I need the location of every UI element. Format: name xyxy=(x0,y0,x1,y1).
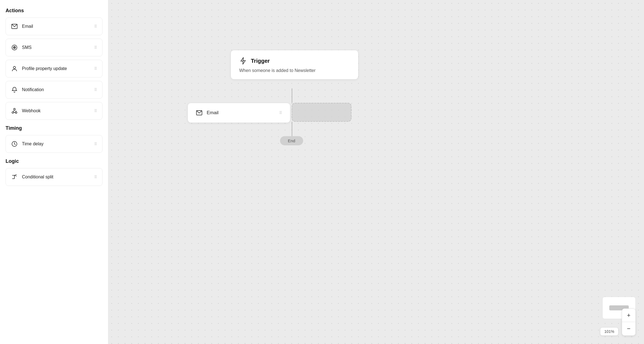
action-label-notification: Notification xyxy=(22,87,44,92)
action-item-webhook[interactable]: Webhook ⠿ xyxy=(6,102,103,120)
action-item-sms[interactable]: SMS ⠿ xyxy=(6,39,103,56)
envelope-icon xyxy=(11,23,18,30)
end-node: End xyxy=(280,136,303,145)
drag-handle-sms[interactable]: ⠿ xyxy=(94,45,97,50)
zoom-level-text: 101% xyxy=(604,329,614,334)
ghost-node xyxy=(292,103,351,122)
drag-handle-notification[interactable]: ⠿ xyxy=(94,88,97,92)
canvas-email-drag-handle[interactable]: ⠿ xyxy=(279,111,282,115)
action-label-sms: SMS xyxy=(22,45,32,50)
action-label-email: Email xyxy=(22,24,33,29)
section-actions: Actions Email ⠿ xyxy=(6,8,103,120)
action-item-conditional-split[interactable]: Conditional split ⠿ xyxy=(6,168,103,186)
drag-handle-email[interactable]: ⠿ xyxy=(94,24,97,29)
trigger-lightning-icon xyxy=(239,56,248,65)
section-title-actions: Actions xyxy=(6,8,103,14)
action-item-notification[interactable]: Notification ⠿ xyxy=(6,81,103,99)
section-title-timing: Timing xyxy=(6,125,103,131)
action-label-time-delay: Time delay xyxy=(22,141,44,146)
sms-icon xyxy=(11,44,18,51)
webhook-icon xyxy=(11,107,18,114)
svg-marker-10 xyxy=(241,58,245,64)
canvas[interactable]: Trigger When someone is added to Newslet… xyxy=(108,0,644,344)
svg-point-5 xyxy=(13,66,16,69)
drag-handle-webhook[interactable]: ⠿ xyxy=(94,109,97,113)
action-label-conditional-split: Conditional split xyxy=(22,175,53,180)
connector-line-2 xyxy=(292,122,292,136)
drag-handle-conditional-split[interactable]: ⠿ xyxy=(94,175,97,179)
action-label-profile-property-update: Profile property update xyxy=(22,66,67,71)
person-icon xyxy=(11,65,18,72)
action-label-webhook: Webhook xyxy=(22,108,41,113)
zoom-controls: + − xyxy=(622,308,636,336)
trigger-node[interactable]: Trigger When someone is added to Newslet… xyxy=(231,50,358,79)
zoom-in-button[interactable]: + xyxy=(622,309,635,322)
connector-line-1 xyxy=(292,88,292,103)
zoom-out-button[interactable]: − xyxy=(622,322,635,335)
trigger-title: Trigger xyxy=(251,58,270,64)
sidebar: Actions Email ⠿ xyxy=(0,0,108,344)
action-item-time-delay[interactable]: Time delay ⠿ xyxy=(6,135,103,153)
trigger-subtitle: When someone is added to Newsletter xyxy=(239,68,350,73)
canvas-envelope-icon xyxy=(196,109,203,116)
drag-handle-profile-property-update[interactable]: ⠿ xyxy=(94,66,97,71)
end-label: End xyxy=(288,138,295,143)
drag-handle-time-delay[interactable]: ⠿ xyxy=(94,142,97,146)
split-icon xyxy=(11,173,18,181)
bell-icon xyxy=(11,86,18,93)
zoom-level-display: 101% xyxy=(600,327,618,336)
action-item-profile-property-update[interactable]: Profile property update ⠿ xyxy=(6,60,103,78)
action-item-email[interactable]: Email ⠿ xyxy=(6,18,103,35)
section-title-logic: Logic xyxy=(6,158,103,164)
canvas-email-label: Email xyxy=(207,110,219,116)
section-logic: Logic Conditional split ⠿ xyxy=(6,158,103,186)
canvas-email-node[interactable]: Email ⠿ xyxy=(188,103,290,123)
section-timing: Timing Time delay ⠿ xyxy=(6,125,103,153)
svg-point-8 xyxy=(14,108,15,110)
clock-icon xyxy=(11,140,18,148)
